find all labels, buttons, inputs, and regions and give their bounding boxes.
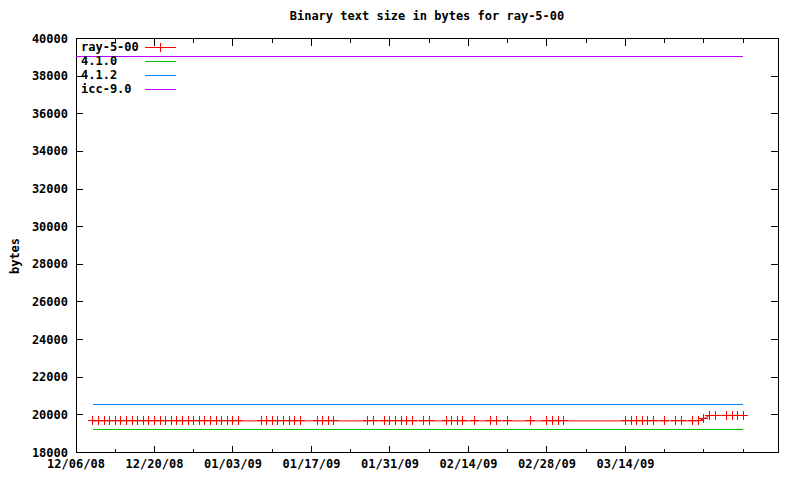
legend-label: 4.1.2 [81,68,117,82]
legend-entry-icc-9-0: icc-9.0 [81,83,139,97]
y-tick-label: 24000 [32,333,68,347]
y-tick-label: 32000 [32,182,68,196]
y-tick-label: 34000 [32,144,68,158]
x-tick-label: 02/14/09 [440,457,498,471]
y-tick-label: 38000 [32,69,68,83]
legend-entry-4-1-2: 4.1.2 [81,69,139,83]
binary-size-chart: Binary text size in bytes for ray-5-00 b… [0,0,800,480]
legend-label: icc-9.0 [81,82,132,96]
x-tick-label: 01/03/09 [204,457,262,471]
legend-entry-4-1-0: 4.1.0 [81,55,139,69]
legend-label: ray-5-00 [81,40,139,54]
x-tick-label: 03/14/09 [597,457,655,471]
series-line-ray-5-00 [93,415,743,421]
plot-border [76,39,778,453]
legend: ray-5-00 4.1.0 4.1.2 icc-9.0 [81,41,139,97]
x-tick-label: 01/17/09 [283,457,341,471]
y-tick-label: 26000 [32,295,68,309]
y-tick-label: 20000 [32,408,68,422]
y-tick-label: 36000 [32,107,68,121]
x-tick-label: 02/28/09 [518,457,576,471]
x-tick-label: 01/31/09 [361,457,419,471]
x-tick-label: 12/20/08 [126,457,184,471]
y-tick-label: 22000 [32,370,68,384]
legend-label: 4.1.0 [81,54,117,68]
y-tick-label: 30000 [32,220,68,234]
y-tick-label: 28000 [32,257,68,271]
y-tick-label: 40000 [32,32,68,46]
x-tick-label: 12/06/08 [47,457,105,471]
legend-entry-ray-5-00: ray-5-00 [81,41,139,55]
